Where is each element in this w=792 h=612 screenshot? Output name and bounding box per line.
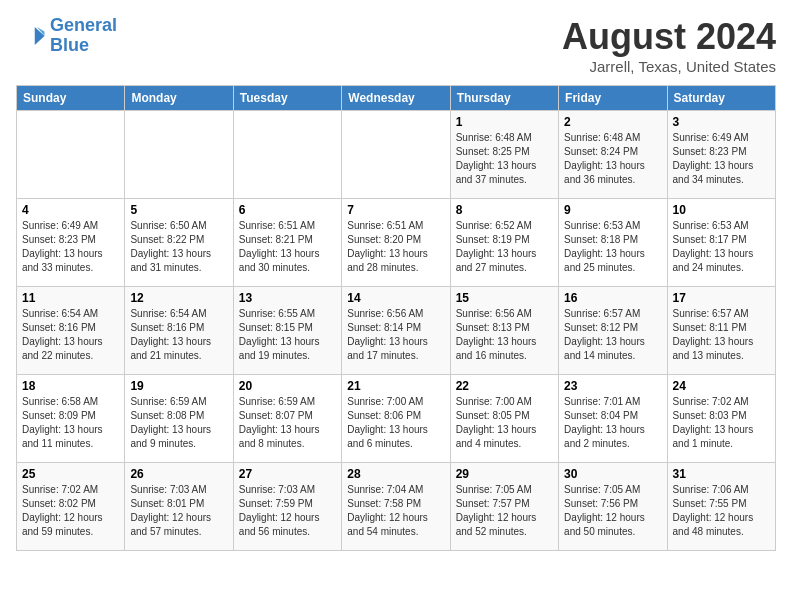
day-info: Sunrise: 7:03 AM Sunset: 7:59 PM Dayligh… — [239, 483, 336, 539]
day-number: 11 — [22, 291, 119, 305]
day-number: 22 — [456, 379, 553, 393]
day-cell: 4Sunrise: 6:49 AM Sunset: 8:23 PM Daylig… — [17, 199, 125, 287]
week-row-2: 4Sunrise: 6:49 AM Sunset: 8:23 PM Daylig… — [17, 199, 776, 287]
logo-text: General Blue — [50, 16, 117, 56]
day-cell: 13Sunrise: 6:55 AM Sunset: 8:15 PM Dayli… — [233, 287, 341, 375]
day-number: 4 — [22, 203, 119, 217]
day-number: 20 — [239, 379, 336, 393]
day-number: 9 — [564, 203, 661, 217]
day-cell: 18Sunrise: 6:58 AM Sunset: 8:09 PM Dayli… — [17, 375, 125, 463]
day-cell: 3Sunrise: 6:49 AM Sunset: 8:23 PM Daylig… — [667, 111, 775, 199]
day-info: Sunrise: 6:58 AM Sunset: 8:09 PM Dayligh… — [22, 395, 119, 451]
week-row-5: 25Sunrise: 7:02 AM Sunset: 8:02 PM Dayli… — [17, 463, 776, 551]
day-number: 12 — [130, 291, 227, 305]
day-info: Sunrise: 7:05 AM Sunset: 7:56 PM Dayligh… — [564, 483, 661, 539]
day-info: Sunrise: 6:48 AM Sunset: 8:25 PM Dayligh… — [456, 131, 553, 187]
week-row-3: 11Sunrise: 6:54 AM Sunset: 8:16 PM Dayli… — [17, 287, 776, 375]
day-cell: 7Sunrise: 6:51 AM Sunset: 8:20 PM Daylig… — [342, 199, 450, 287]
day-number: 27 — [239, 467, 336, 481]
day-info: Sunrise: 6:50 AM Sunset: 8:22 PM Dayligh… — [130, 219, 227, 275]
day-number: 30 — [564, 467, 661, 481]
day-info: Sunrise: 6:59 AM Sunset: 8:08 PM Dayligh… — [130, 395, 227, 451]
day-info: Sunrise: 6:49 AM Sunset: 8:23 PM Dayligh… — [22, 219, 119, 275]
day-cell: 12Sunrise: 6:54 AM Sunset: 8:16 PM Dayli… — [125, 287, 233, 375]
day-cell: 9Sunrise: 6:53 AM Sunset: 8:18 PM Daylig… — [559, 199, 667, 287]
day-cell: 26Sunrise: 7:03 AM Sunset: 8:01 PM Dayli… — [125, 463, 233, 551]
day-number: 7 — [347, 203, 444, 217]
day-number: 21 — [347, 379, 444, 393]
day-number: 29 — [456, 467, 553, 481]
header-day-monday: Monday — [125, 86, 233, 111]
day-info: Sunrise: 6:57 AM Sunset: 8:12 PM Dayligh… — [564, 307, 661, 363]
header-day-sunday: Sunday — [17, 86, 125, 111]
day-info: Sunrise: 6:56 AM Sunset: 8:13 PM Dayligh… — [456, 307, 553, 363]
day-cell — [342, 111, 450, 199]
day-info: Sunrise: 6:59 AM Sunset: 8:07 PM Dayligh… — [239, 395, 336, 451]
day-number: 16 — [564, 291, 661, 305]
day-info: Sunrise: 7:02 AM Sunset: 8:02 PM Dayligh… — [22, 483, 119, 539]
day-info: Sunrise: 6:54 AM Sunset: 8:16 PM Dayligh… — [130, 307, 227, 363]
day-number: 1 — [456, 115, 553, 129]
logo-line1: General — [50, 15, 117, 35]
day-cell: 20Sunrise: 6:59 AM Sunset: 8:07 PM Dayli… — [233, 375, 341, 463]
day-number: 8 — [456, 203, 553, 217]
page-header: General Blue August 2024 Jarrell, Texas,… — [16, 16, 776, 75]
logo-line2: Blue — [50, 35, 89, 55]
calendar-subtitle: Jarrell, Texas, United States — [562, 58, 776, 75]
day-info: Sunrise: 6:52 AM Sunset: 8:19 PM Dayligh… — [456, 219, 553, 275]
day-number: 23 — [564, 379, 661, 393]
day-number: 19 — [130, 379, 227, 393]
header-day-saturday: Saturday — [667, 86, 775, 111]
day-cell: 15Sunrise: 6:56 AM Sunset: 8:13 PM Dayli… — [450, 287, 558, 375]
week-row-1: 1Sunrise: 6:48 AM Sunset: 8:25 PM Daylig… — [17, 111, 776, 199]
day-number: 13 — [239, 291, 336, 305]
day-cell — [233, 111, 341, 199]
header-day-friday: Friday — [559, 86, 667, 111]
logo-icon — [16, 21, 46, 51]
day-number: 15 — [456, 291, 553, 305]
day-cell: 16Sunrise: 6:57 AM Sunset: 8:12 PM Dayli… — [559, 287, 667, 375]
day-cell — [17, 111, 125, 199]
day-info: Sunrise: 7:06 AM Sunset: 7:55 PM Dayligh… — [673, 483, 770, 539]
day-info: Sunrise: 6:49 AM Sunset: 8:23 PM Dayligh… — [673, 131, 770, 187]
day-cell: 28Sunrise: 7:04 AM Sunset: 7:58 PM Dayli… — [342, 463, 450, 551]
day-info: Sunrise: 6:56 AM Sunset: 8:14 PM Dayligh… — [347, 307, 444, 363]
day-cell — [125, 111, 233, 199]
day-number: 6 — [239, 203, 336, 217]
day-info: Sunrise: 7:01 AM Sunset: 8:04 PM Dayligh… — [564, 395, 661, 451]
day-cell: 5Sunrise: 6:50 AM Sunset: 8:22 PM Daylig… — [125, 199, 233, 287]
day-cell: 19Sunrise: 6:59 AM Sunset: 8:08 PM Dayli… — [125, 375, 233, 463]
day-cell: 1Sunrise: 6:48 AM Sunset: 8:25 PM Daylig… — [450, 111, 558, 199]
day-cell: 30Sunrise: 7:05 AM Sunset: 7:56 PM Dayli… — [559, 463, 667, 551]
day-cell: 17Sunrise: 6:57 AM Sunset: 8:11 PM Dayli… — [667, 287, 775, 375]
day-cell: 14Sunrise: 6:56 AM Sunset: 8:14 PM Dayli… — [342, 287, 450, 375]
day-number: 14 — [347, 291, 444, 305]
calendar-table: SundayMondayTuesdayWednesdayThursdayFrid… — [16, 85, 776, 551]
day-info: Sunrise: 7:00 AM Sunset: 8:06 PM Dayligh… — [347, 395, 444, 451]
day-number: 2 — [564, 115, 661, 129]
day-cell: 21Sunrise: 7:00 AM Sunset: 8:06 PM Dayli… — [342, 375, 450, 463]
day-number: 24 — [673, 379, 770, 393]
day-cell: 31Sunrise: 7:06 AM Sunset: 7:55 PM Dayli… — [667, 463, 775, 551]
day-number: 28 — [347, 467, 444, 481]
day-cell: 2Sunrise: 6:48 AM Sunset: 8:24 PM Daylig… — [559, 111, 667, 199]
day-info: Sunrise: 7:03 AM Sunset: 8:01 PM Dayligh… — [130, 483, 227, 539]
day-cell: 6Sunrise: 6:51 AM Sunset: 8:21 PM Daylig… — [233, 199, 341, 287]
header-day-tuesday: Tuesday — [233, 86, 341, 111]
day-number: 26 — [130, 467, 227, 481]
day-info: Sunrise: 6:53 AM Sunset: 8:18 PM Dayligh… — [564, 219, 661, 275]
header-day-thursday: Thursday — [450, 86, 558, 111]
day-info: Sunrise: 7:02 AM Sunset: 8:03 PM Dayligh… — [673, 395, 770, 451]
day-number: 17 — [673, 291, 770, 305]
day-info: Sunrise: 6:51 AM Sunset: 8:21 PM Dayligh… — [239, 219, 336, 275]
day-cell: 27Sunrise: 7:03 AM Sunset: 7:59 PM Dayli… — [233, 463, 341, 551]
header-day-wednesday: Wednesday — [342, 86, 450, 111]
day-cell: 11Sunrise: 6:54 AM Sunset: 8:16 PM Dayli… — [17, 287, 125, 375]
day-cell: 25Sunrise: 7:02 AM Sunset: 8:02 PM Dayli… — [17, 463, 125, 551]
day-number: 5 — [130, 203, 227, 217]
day-info: Sunrise: 6:51 AM Sunset: 8:20 PM Dayligh… — [347, 219, 444, 275]
day-info: Sunrise: 7:05 AM Sunset: 7:57 PM Dayligh… — [456, 483, 553, 539]
day-number: 3 — [673, 115, 770, 129]
day-number: 31 — [673, 467, 770, 481]
day-info: Sunrise: 6:57 AM Sunset: 8:11 PM Dayligh… — [673, 307, 770, 363]
